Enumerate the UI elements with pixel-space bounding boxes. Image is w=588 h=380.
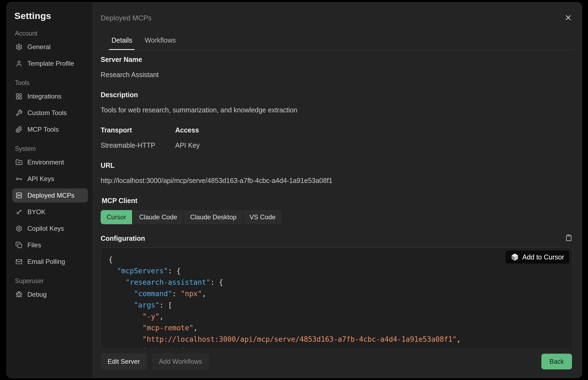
description-field: Description Tools for web research, summ… <box>101 91 573 114</box>
main-panel: Deployed MCPs DetailsWorkflows Server Na… <box>93 2 582 378</box>
sidebar-item-mcp-tools[interactable]: MCP Tools <box>12 122 88 137</box>
key-icon <box>15 175 23 182</box>
tab-bar: DetailsWorkflows <box>101 36 574 50</box>
edit-server-button[interactable]: Edit Server <box>101 353 147 370</box>
footer: Edit Server Add Workflows Back <box>93 348 582 378</box>
code-line: "mcpServers": { <box>108 265 565 277</box>
files-icon <box>15 242 23 249</box>
main-header: Deployed MCPs <box>93 2 582 23</box>
sidebar-item-label: MCP Tools <box>27 126 59 133</box>
sidebar-item-label: Debug <box>27 291 47 298</box>
client-button-claude-code[interactable]: Claude Code <box>133 210 183 224</box>
clipboard-icon <box>565 234 572 242</box>
tab-details[interactable]: Details <box>111 36 132 50</box>
sidebar-section-label-tools: Tools <box>15 79 88 87</box>
sidebar-item-label: Custom Tools <box>27 109 67 117</box>
blocks-icon <box>15 93 23 100</box>
access-field: Access API Key <box>175 126 200 149</box>
server-name-value: Research Assistant <box>101 71 573 79</box>
sidebar-item-integrations[interactable]: Integrations <box>12 89 88 103</box>
sidebar-item-deployed-mcps[interactable]: Deployed MCPs <box>12 188 88 202</box>
add-to-cursor-button[interactable]: Add to Cursor <box>506 251 569 264</box>
transport-access-row: Transport Streamable-HTTP Access API Key <box>101 126 573 149</box>
sidebar-item-template-profile[interactable]: Template Profile <box>12 56 88 71</box>
mcp-client-group: CursorClaude CodeClaude DesktopVS Code <box>101 210 573 224</box>
sidebar-item-label: API Keys <box>27 175 54 183</box>
sidebar-item-custom-tools[interactable]: Custom Tools <box>12 106 88 120</box>
code-line: "command": "npx", <box>108 288 565 299</box>
sidebar-nav: AccountGeneralTemplate ProfileToolsInteg… <box>12 30 88 302</box>
url-value: http://localhost:3000/api/mcp/serve/4853… <box>101 176 573 185</box>
sidebar-item-byok[interactable]: BYOK <box>12 205 88 219</box>
code-line: { <box>108 254 565 265</box>
client-button-vs-code[interactable]: VS Code <box>244 210 282 224</box>
add-to-cursor-label: Add to Cursor <box>522 251 564 263</box>
bug-icon <box>15 291 23 298</box>
transport-label: Transport <box>101 126 175 134</box>
sidebar-item-label: Copilot Keys <box>27 225 64 232</box>
sidebar-item-general[interactable]: General <box>12 40 88 54</box>
tab-workflows[interactable]: Workflows <box>145 36 176 50</box>
code-line: "mcp-remote", <box>108 322 565 334</box>
transport-value: Streamable-HTTP <box>101 141 175 149</box>
server-name-label: Server Name <box>101 55 573 64</box>
sidebar-section-label-superuser: Superuser <box>15 277 88 285</box>
user-icon <box>15 60 23 67</box>
copy-config-button[interactable] <box>564 234 573 243</box>
url-label: URL <box>101 161 573 169</box>
description-value: Tools for web research, summarization, a… <box>101 106 573 114</box>
close-icon <box>564 14 572 23</box>
sidebar-item-environment[interactable]: Environment <box>12 155 88 169</box>
close-button[interactable] <box>562 12 574 24</box>
details-content: Server Name Research Assistant Descripti… <box>93 50 582 348</box>
mcp-client-label: MCP Client <box>102 197 573 205</box>
code-line: "-y", <box>108 311 565 322</box>
sidebar-item-email-polling[interactable]: Email Polling <box>12 255 88 269</box>
configuration-label: Configuration <box>101 234 145 242</box>
key-tilted-icon <box>15 208 23 216</box>
code-line: "args": [ <box>108 299 565 311</box>
cursor-cube-icon <box>511 253 519 261</box>
sidebar-item-label: Email Polling <box>27 258 65 265</box>
wrench-icon <box>15 109 23 116</box>
client-button-cursor[interactable]: Cursor <box>101 210 132 224</box>
sidebar-section-label-system: System <box>15 145 88 153</box>
paperclip-icon <box>15 126 23 133</box>
mail-icon <box>15 258 23 265</box>
sidebar: Settings AccountGeneralTemplate ProfileT… <box>7 2 93 378</box>
sidebar-item-label: Deployed MCPs <box>27 192 74 199</box>
access-value: API Key <box>175 141 200 149</box>
server-icon <box>15 192 23 199</box>
description-label: Description <box>101 91 573 99</box>
sidebar-item-label: BYOK <box>27 208 46 216</box>
folder-code-icon <box>15 159 23 166</box>
sidebar-title: Settings <box>14 11 88 21</box>
add-workflows-button[interactable]: Add Workflows <box>152 353 209 370</box>
sidebar-item-label: Environment <box>27 159 64 166</box>
transport-field: Transport Streamable-HTTP <box>101 126 175 149</box>
code-line: "http://localhost:3000/api/mcp/serve/485… <box>108 334 565 345</box>
sidebar-item-label: General <box>27 43 50 51</box>
sidebar-item-label: Template Profile <box>27 60 74 67</box>
access-label: Access <box>175 126 200 134</box>
gear-icon <box>15 43 23 50</box>
client-button-claude-desktop[interactable]: Claude Desktop <box>184 210 242 224</box>
sidebar-item-label: Integrations <box>27 93 61 100</box>
code-line: "research-assistant": { <box>108 277 565 288</box>
settings-dialog: Settings AccountGeneralTemplate ProfileT… <box>7 2 582 378</box>
sidebar-item-api-keys[interactable]: API Keys <box>12 172 88 186</box>
sidebar-item-files[interactable]: Files <box>12 238 88 252</box>
code-content: { "mcpServers": { "research-assistant": … <box>108 254 565 348</box>
sidebar-item-label: Files <box>27 241 41 249</box>
page-title: Deployed MCPs <box>101 13 572 23</box>
sidebar-item-debug[interactable]: Debug <box>12 287 88 302</box>
sidebar-section-label-account: Account <box>15 30 88 37</box>
hexagon-icon <box>15 225 23 232</box>
back-button[interactable]: Back <box>541 354 572 369</box>
url-field: URL http://localhost:3000/api/mcp/serve/… <box>101 161 573 185</box>
configuration-code-block: { "mcpServers": { "research-assistant": … <box>101 248 573 348</box>
server-name-field: Server Name Research Assistant <box>101 55 573 79</box>
mcp-client-field: MCP Client <box>102 197 573 205</box>
configuration-header-row: Configuration <box>101 234 573 243</box>
sidebar-item-copilot-keys[interactable]: Copilot Keys <box>12 221 88 236</box>
